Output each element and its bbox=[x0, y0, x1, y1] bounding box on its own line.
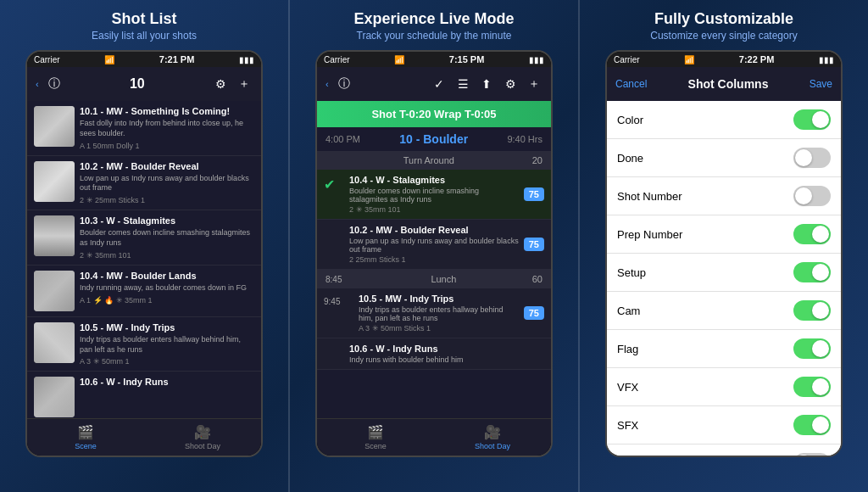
shot-info-3: 10.3 - W - Stalagmites Boulder comes dow… bbox=[80, 215, 254, 260]
settings-row-5: Cam bbox=[607, 292, 841, 330]
shot-meta-2: 2 ✳ 25mm Sticks 1 bbox=[80, 196, 254, 204]
panel1-title: Shot List bbox=[112, 10, 177, 28]
cancel-button[interactable]: Cancel bbox=[615, 78, 647, 90]
shot-item-4[interactable]: 10.4 - MW - Boulder Lands Indy running a… bbox=[27, 266, 261, 317]
battery-2: ▮▮▮ bbox=[529, 55, 544, 64]
toggle-7[interactable] bbox=[793, 377, 831, 397]
time-3: 7:22 PM bbox=[739, 54, 775, 64]
panel1-subtitle: Easily list all your shots bbox=[92, 30, 197, 42]
status-bar-1: Carrier 📶 7:21 PM ▮▮▮ bbox=[27, 52, 261, 67]
share-icon-2[interactable]: ⬆ bbox=[478, 75, 495, 92]
shot-item-1[interactable]: 10.1 - MW - Something Is Coming! Fast do… bbox=[27, 101, 261, 156]
shot-item-5[interactable]: 10.5 - MW - Indy Trips Indy trips as bou… bbox=[27, 317, 261, 372]
sched-info-3: 10.5 - MW - Indy Trips Indy trips as bou… bbox=[359, 294, 519, 333]
settings-row-7: VFX bbox=[607, 368, 841, 406]
tab-scene-1[interactable]: 🎬 Scene bbox=[27, 419, 144, 456]
toggle-1[interactable] bbox=[793, 148, 831, 168]
shot-title-1: 10.1 - MW - Something Is Coming! bbox=[80, 106, 254, 117]
shot-desc-2: Low pan up as Indy runs away and boulder… bbox=[80, 174, 254, 193]
sched-desc-4: Indy runs with boulder behind him bbox=[349, 355, 544, 364]
sched-title-2: 10.2 - MW - Boulder Reveal bbox=[349, 225, 519, 235]
scene-title: 10 - Boulder bbox=[399, 132, 468, 146]
toggle-0[interactable] bbox=[793, 109, 831, 130]
shot-title-2: 10.2 - MW - Boulder Reveal bbox=[80, 161, 254, 172]
shot-info-2: 10.2 - MW - Boulder Reveal Low pan up as… bbox=[80, 161, 254, 205]
toggle-5[interactable] bbox=[793, 300, 831, 321]
settings-label-7: VFX bbox=[617, 381, 638, 394]
nav-bar-1: ‹ ⓘ 10 ⚙ ＋ bbox=[27, 67, 261, 101]
toggle-knob-4 bbox=[812, 264, 829, 281]
time-1: 7:21 PM bbox=[159, 54, 195, 64]
schedule-item-2[interactable]: 10.2 - MW - Boulder Reveal Low pan up as… bbox=[317, 220, 551, 270]
toggle-knob-5 bbox=[812, 302, 829, 319]
save-button[interactable]: Save bbox=[810, 78, 832, 90]
shot-title-4: 10.4 - MW - Boulder Lands bbox=[80, 271, 254, 282]
panel3-subtitle: Customize every single category bbox=[650, 30, 797, 42]
settings-label-4: Setup bbox=[617, 266, 646, 279]
list-icon-2[interactable]: ☰ bbox=[454, 75, 471, 92]
toggle-2[interactable] bbox=[793, 186, 831, 206]
shot-thumb-5 bbox=[34, 322, 75, 363]
tab-shootday-2[interactable]: 🎥 Shoot Day bbox=[434, 419, 551, 456]
nav-title-1: 10 bbox=[130, 76, 145, 92]
add-icon-2[interactable]: ＋ bbox=[526, 75, 542, 92]
settings-row-6: Flag bbox=[607, 330, 841, 368]
toggle-4[interactable] bbox=[793, 262, 831, 282]
schedule-item-1[interactable]: ✔ 10.4 - W - Stalagmites Boulder comes d… bbox=[317, 170, 551, 220]
back-button-1[interactable]: ‹ bbox=[36, 79, 39, 89]
toggle-knob-8 bbox=[812, 417, 829, 433]
shot-meta-1: A 1 50mm Dolly 1 bbox=[80, 142, 254, 150]
toggle-knob-2 bbox=[795, 187, 812, 204]
toggle-knob-0 bbox=[812, 111, 829, 128]
shot-item-6[interactable]: 10.6 - W - Indy Runs bbox=[27, 372, 261, 418]
schedule-item-3[interactable]: 9:45 10.5 - MW - Indy Trips Indy trips a… bbox=[317, 288, 551, 338]
status-bar-2: Carrier 📶 7:15 PM ▮▮▮ bbox=[317, 52, 551, 67]
info-icon-2[interactable]: ⓘ bbox=[336, 75, 353, 92]
time-label: 4:00 PM bbox=[326, 134, 360, 144]
carrier-1: Carrier bbox=[34, 55, 60, 64]
sched-num-2: 75 bbox=[524, 238, 544, 251]
back-button-2[interactable]: ‹ bbox=[326, 79, 329, 89]
toggle-6[interactable] bbox=[793, 338, 831, 359]
sched-meta-2: 2 25mm Sticks 1 bbox=[349, 255, 519, 264]
sched-title-3: 10.5 - MW - Indy Trips bbox=[359, 294, 519, 304]
tab-scene-label-2: Scene bbox=[364, 442, 387, 450]
shot-item-3[interactable]: 10.3 - W - Stalagmites Boulder comes dow… bbox=[27, 210, 261, 266]
toggle-knob-3 bbox=[812, 226, 829, 243]
schedule-list: Turn Around 20 ✔ 10.4 - W - Stalagmites … bbox=[317, 151, 551, 418]
settings-icon-2[interactable]: ⚙ bbox=[502, 75, 519, 92]
panel-customizable: Fully Customizable Customize every singl… bbox=[579, 0, 868, 492]
toggle-9[interactable] bbox=[793, 453, 831, 456]
nav-right-1: ⚙ ＋ bbox=[212, 75, 253, 92]
settings-nav: Cancel Shot Columns Save bbox=[607, 67, 841, 101]
tab-shootday-1[interactable]: 🎥 Shoot Day bbox=[144, 419, 261, 456]
shot-info-4: 10.4 - MW - Boulder Lands Indy running a… bbox=[80, 271, 254, 311]
sched-info-2: 10.2 - MW - Boulder Reveal Low pan up as… bbox=[349, 225, 519, 264]
break-num-2: 60 bbox=[532, 274, 542, 284]
sched-meta-3: A 3 ✳ 50mm Sticks 1 bbox=[359, 324, 519, 333]
app-container: Shot List Easily list all your shots Car… bbox=[0, 0, 868, 492]
shootday-icon-1: 🎥 bbox=[194, 424, 211, 440]
toggle-3[interactable] bbox=[793, 224, 831, 244]
phone-3: Carrier 📶 7:22 PM ▮▮▮ Cancel Shot Column… bbox=[605, 50, 843, 457]
settings-row-4: Setup bbox=[607, 254, 841, 292]
settings-row-0: Color bbox=[607, 101, 841, 139]
toggle-8[interactable] bbox=[793, 415, 831, 435]
info-icon-1[interactable]: ⓘ bbox=[46, 75, 63, 92]
time-row: 4:00 PM 10 - Boulder 9:40 Hrs bbox=[317, 127, 551, 151]
carrier-2: Carrier bbox=[324, 55, 350, 64]
settings-row-8: SFX bbox=[607, 406, 841, 444]
check-icon-2[interactable]: ✓ bbox=[431, 75, 448, 92]
scene-icon-1: 🎬 bbox=[77, 424, 94, 440]
shot-item-2[interactable]: 10.2 - MW - Boulder Reveal Low pan up as… bbox=[27, 156, 261, 211]
tab-scene-2[interactable]: 🎬 Scene bbox=[317, 419, 434, 456]
panel-shot-list: Shot List Easily list all your shots Car… bbox=[0, 0, 289, 492]
shot-meta-3: 2 ✳ 35mm 101 bbox=[80, 251, 254, 260]
schedule-item-4[interactable]: 10.6 - W - Indy Runs Indy runs with boul… bbox=[317, 338, 551, 370]
shot-thumb-6 bbox=[34, 377, 75, 417]
add-icon-1[interactable]: ＋ bbox=[236, 75, 253, 92]
tab-bar-2: 🎬 Scene 🎥 Shoot Day bbox=[317, 418, 551, 456]
wifi-icon-3: 📶 bbox=[684, 55, 694, 64]
settings-icon-1[interactable]: ⚙ bbox=[212, 75, 229, 92]
break-label-2: Lunch bbox=[360, 274, 527, 284]
